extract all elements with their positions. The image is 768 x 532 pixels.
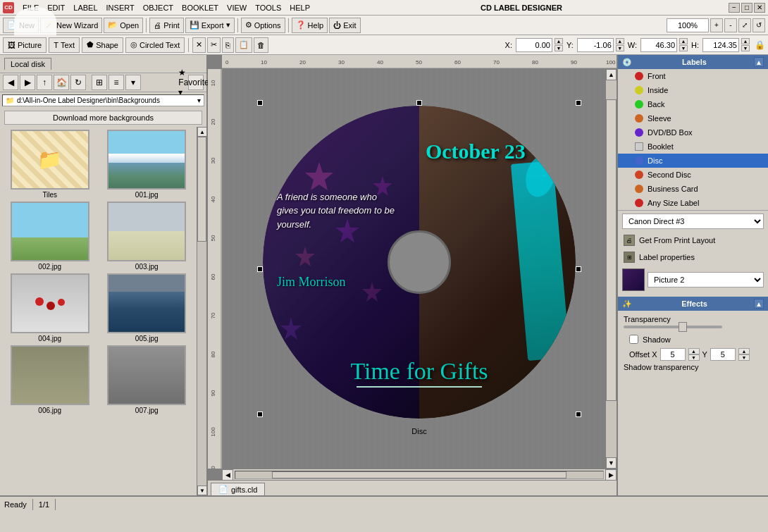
picture-select[interactable]: Picture 2 xyxy=(648,272,764,287)
menu-help[interactable]: HELP xyxy=(285,2,314,13)
disc-author[interactable]: Jim Morrison xyxy=(277,275,346,290)
hscroll-left[interactable]: ◀ xyxy=(222,469,233,481)
h-input[interactable] xyxy=(702,38,739,52)
list-item[interactable]: 001.jpg xyxy=(100,130,194,199)
cut-tool[interactable]: ✂ xyxy=(207,37,221,53)
handle-tm[interactable] xyxy=(416,100,422,106)
x-up[interactable]: ▲ xyxy=(555,38,563,44)
hscroll-thumb[interactable] xyxy=(272,471,566,478)
zoom-fit-button[interactable]: ⤢ xyxy=(738,18,751,32)
help-button[interactable]: ❓ Help xyxy=(292,18,328,33)
view-dropdown-button[interactable]: ▾ xyxy=(125,75,141,90)
scroll-down-button[interactable]: ▼ xyxy=(197,485,206,495)
list-item[interactable]: 004.jpg xyxy=(3,273,97,342)
maximize-button[interactable]: □ xyxy=(741,3,752,13)
nav-up-button[interactable]: ↑ xyxy=(37,75,52,90)
label-item-any-size[interactable]: Any Size Label xyxy=(618,196,768,210)
label-item-front[interactable]: Front xyxy=(618,69,768,83)
select-tool[interactable]: ✕ xyxy=(192,37,206,53)
y-down[interactable]: ▼ xyxy=(616,45,624,51)
offset-x-input[interactable] xyxy=(660,348,686,361)
delete-tool[interactable]: 🗑 xyxy=(254,37,268,53)
list-item[interactable]: 005.jpg xyxy=(100,273,194,342)
y-input[interactable] xyxy=(577,38,614,52)
local-disk-tab[interactable]: Local disk xyxy=(4,58,51,70)
scroll-up-button[interactable]: ▲ xyxy=(197,127,206,137)
shape-tool-button[interactable]: ⬟ Shape xyxy=(82,37,123,53)
minimize-button[interactable]: − xyxy=(729,3,740,13)
nav-reload-button[interactable]: ↻ xyxy=(70,75,86,90)
options-button[interactable]: ⚙ Options xyxy=(241,18,285,33)
vscroll-thumb[interactable] xyxy=(606,99,617,401)
file-tab[interactable]: 📄 gifts.cld xyxy=(211,483,265,495)
list-item[interactable]: 006.jpg xyxy=(3,345,97,414)
list-item[interactable]: 002.jpg xyxy=(3,202,97,271)
view-icons-button[interactable]: ⊞ xyxy=(92,75,107,90)
label-item-booklet[interactable]: Booklet xyxy=(618,140,768,154)
handle-ml[interactable] xyxy=(257,266,263,272)
handle-mr[interactable] xyxy=(576,266,581,272)
disc-bottom-text[interactable]: Time for Gifts xyxy=(350,358,488,385)
menu-insert[interactable]: INSERT xyxy=(102,2,139,13)
nav-home-button[interactable]: 🏠 xyxy=(54,75,69,90)
shadow-checkbox[interactable] xyxy=(629,335,638,344)
printer-select[interactable]: Canon Direct #3 xyxy=(622,214,764,229)
offset-x-up[interactable]: ▲ xyxy=(688,348,700,354)
disc-title[interactable]: October 23 xyxy=(426,140,526,163)
download-backgrounds-button[interactable]: Download more backgrounds xyxy=(4,111,202,125)
exit-button[interactable]: ⏻ Exit xyxy=(329,18,360,33)
close-button[interactable]: ✕ xyxy=(754,3,765,13)
menu-booklet[interactable]: BOOKLET xyxy=(178,2,223,13)
zoom-out-button[interactable]: - xyxy=(724,18,737,32)
labels-collapse-button[interactable]: ▲ xyxy=(754,57,764,67)
nav-back-button[interactable]: ◀ xyxy=(3,75,18,90)
export-button[interactable]: 💾 Export ▾ xyxy=(185,18,235,33)
vscroll-up[interactable]: ▲ xyxy=(606,69,617,80)
w-input[interactable] xyxy=(640,38,677,52)
view-list-button[interactable]: ≡ xyxy=(109,75,124,90)
handle-br[interactable] xyxy=(576,412,581,417)
handle-tr[interactable] xyxy=(576,100,581,106)
label-item-inside[interactable]: Inside xyxy=(618,83,768,97)
x-down[interactable]: ▼ xyxy=(555,45,563,51)
effects-collapse-button[interactable]: ▲ xyxy=(754,299,764,309)
list-item[interactable]: 003.jpg xyxy=(100,202,194,271)
offset-y-down[interactable]: ▼ xyxy=(738,354,750,361)
offset-y-input[interactable] xyxy=(710,348,736,361)
label-properties-button[interactable]: ⊞ Label properties xyxy=(618,249,768,266)
paste-tool[interactable]: 📋 xyxy=(235,37,252,53)
w-up[interactable]: ▲ xyxy=(679,38,688,44)
disc-quote[interactable]: A friend is someone who gives you total … xyxy=(277,190,400,232)
picture-tool-button[interactable]: 🖼 Picture xyxy=(3,37,47,53)
handle-bl[interactable] xyxy=(257,412,263,417)
path-dropdown-icon[interactable]: ▾ xyxy=(197,97,201,104)
open-button[interactable]: 📂 Open xyxy=(104,18,143,33)
h-up[interactable]: ▲ xyxy=(741,38,750,44)
get-from-print-layout-button[interactable]: 🖨 Get From Print Layout xyxy=(618,232,768,249)
w-down[interactable]: ▼ xyxy=(679,45,688,51)
label-item-sleeve[interactable]: Sleeve xyxy=(618,111,768,125)
hscroll-right[interactable]: ▶ xyxy=(605,469,617,481)
print-button[interactable]: 🖨 Print xyxy=(149,18,184,33)
label-item-business-card[interactable]: Business Card xyxy=(618,182,768,196)
offset-x-down[interactable]: ▼ xyxy=(688,354,700,361)
label-item-dvd[interactable]: DVD/BD Box xyxy=(618,125,768,140)
menu-view[interactable]: VIEW xyxy=(223,2,251,13)
handle-tl[interactable] xyxy=(257,100,263,106)
menu-tools[interactable]: TOOLS xyxy=(251,2,285,13)
list-item[interactable]: 007.jpg xyxy=(100,345,194,414)
copy-tool[interactable]: ⎘ xyxy=(222,37,234,53)
scroll-thumb[interactable] xyxy=(197,137,206,242)
zoom-reset-button[interactable]: ↺ xyxy=(752,18,765,32)
y-up[interactable]: ▲ xyxy=(616,38,624,44)
h-down[interactable]: ▼ xyxy=(741,45,750,51)
zoom-in-button[interactable]: + xyxy=(710,18,723,32)
list-item[interactable]: 📁 Tiles xyxy=(3,130,97,199)
transparency-thumb[interactable] xyxy=(679,322,687,332)
vscroll-down[interactable]: ▼ xyxy=(606,457,617,469)
nav-forward-button[interactable]: ▶ xyxy=(20,75,35,90)
menu-object[interactable]: OBJECT xyxy=(139,2,178,13)
label-item-back[interactable]: Back xyxy=(618,97,768,111)
offset-y-up[interactable]: ▲ xyxy=(738,348,750,354)
menu-label[interactable]: LABEL xyxy=(69,2,101,13)
